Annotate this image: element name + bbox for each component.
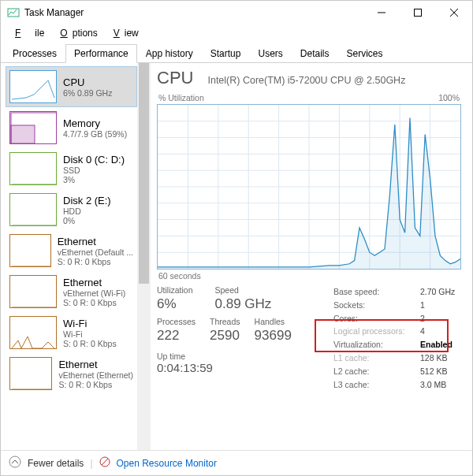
sidebar-scrollbar[interactable]	[137, 63, 151, 450]
sidebar-item-sub: SSD	[63, 165, 125, 175]
sidebar-item-name: Disk 0 (C: D:)	[63, 154, 125, 165]
footer-separator: |	[90, 458, 92, 469]
sidebar-thumb	[9, 234, 51, 267]
tab-services[interactable]: Services	[338, 44, 392, 63]
chevron-up-icon[interactable]	[9, 456, 21, 470]
resource-monitor-icon	[99, 456, 110, 470]
tab-users[interactable]: Users	[249, 44, 291, 63]
sidebar-item-sub2: S: 0 R: 0 Kbps	[58, 257, 133, 266]
open-resource-monitor-link[interactable]: Open Resource Monitor	[117, 458, 217, 469]
sidebar-item-name: Ethernet	[63, 277, 125, 288]
sidebar-item-disk-0-c-d-[interactable]: Disk 0 (C: D:)SSD3%	[6, 148, 137, 189]
svg-rect-0	[8, 9, 19, 17]
svg-rect-6	[11, 125, 35, 143]
sidebar-thumb	[9, 70, 57, 103]
chart-bottom-label: 60 seconds	[158, 271, 461, 281]
info-sockets: Sockets:1	[333, 299, 461, 312]
sidebar-item-name: Wi-Fi	[63, 318, 117, 329]
tab-performance[interactable]: Performance	[65, 44, 137, 63]
sidebar-item-name: Ethernet	[58, 359, 133, 370]
cpu-utilization-chart[interactable]	[157, 104, 461, 270]
footer: Fewer details | Open Resource Monitor	[1, 450, 472, 475]
sidebar-item-sub2: 0%	[63, 216, 111, 225]
tab-bar: Processes Performance App history Startu…	[1, 43, 472, 63]
menubar: File Options View	[1, 24, 472, 43]
sidebar-thumb	[9, 316, 57, 349]
minimize-button[interactable]	[363, 1, 400, 24]
sidebar-item-ethernet[interactable]: EthernetvEthernet (Ethernet)S: 0 R: 0 Kb…	[6, 353, 137, 394]
sidebar-item-sub2: 3%	[63, 175, 125, 184]
sidebar-item-cpu[interactable]: CPU6% 0.89 GHz	[6, 66, 137, 107]
stat-threads: Threads 2590	[210, 317, 240, 348]
stat-processes: Processes 222	[157, 317, 196, 348]
stat-uptime: Up time 0:04:13:59	[157, 351, 315, 374]
scrollbar-thumb[interactable]	[139, 63, 149, 284]
tab-apphistory[interactable]: App history	[137, 44, 202, 63]
fewer-details-link[interactable]: Fewer details	[28, 458, 84, 469]
svg-rect-2	[415, 9, 422, 17]
sidebar-item-disk-2-e-[interactable]: Disk 2 (E:)HDD0%	[6, 189, 137, 230]
content-body: CPU6% 0.89 GHzMemory4.7/7.9 GB (59%)Disk…	[1, 63, 472, 450]
sidebar-item-sub: vEthernet (Ethernet)	[58, 370, 133, 380]
svg-point-26	[9, 456, 20, 467]
menu-options[interactable]: Options	[50, 26, 102, 40]
sidebar-item-sub2: S: 0 R: 0 Kbps	[58, 380, 133, 389]
sidebar-item-sub: vEthernet (Wi-Fi)	[63, 288, 125, 298]
tab-startup[interactable]: Startup	[202, 44, 250, 63]
tab-details[interactable]: Details	[292, 44, 338, 63]
titlebar: Task Manager	[1, 1, 472, 24]
sidebar-item-sub: 4.7/7.9 GB (59%)	[63, 129, 127, 139]
sidebar-item-sub: Wi-Fi	[63, 329, 117, 339]
sidebar-thumb	[9, 357, 52, 390]
sidebar-item-name: CPU	[63, 76, 112, 88]
resource-title: CPU	[157, 68, 193, 88]
chart-header: % Utilization 100%	[158, 93, 460, 102]
svg-line-28	[102, 459, 108, 465]
main-header: CPU Intel(R) Core(TM) i5-7200U CPU @ 2.5…	[157, 68, 461, 91]
tab-processes[interactable]: Processes	[4, 44, 65, 63]
cpu-model: Intel(R) Core(TM) i5-7200U CPU @ 2.50GHz	[207, 75, 405, 86]
sidebar-item-sub: HDD	[63, 206, 111, 216]
sidebar-thumb	[9, 152, 57, 185]
menu-view[interactable]: View	[104, 26, 143, 40]
close-button[interactable]	[436, 1, 472, 24]
sidebar-item-memory[interactable]: Memory4.7/7.9 GB (59%)	[6, 107, 137, 148]
info-cores: Cores:2	[333, 312, 461, 325]
stat-handles: Handles 93699	[255, 317, 292, 348]
info-l3-cache: L3 cache:3.0 MB	[333, 378, 461, 392]
window-buttons	[363, 1, 472, 24]
main-panel: CPU Intel(R) Core(TM) i5-7200U CPU @ 2.5…	[151, 63, 472, 450]
stat-speed: Speed 0.89 GHz	[215, 285, 272, 317]
chart-top-right-label: 100%	[438, 93, 460, 102]
sidebar-item-sub: 6% 0.89 GHz	[63, 88, 112, 98]
window-title: Task Manager	[24, 7, 363, 18]
chart-top-left-label: % Utilization	[158, 93, 204, 102]
sidebar-item-sub2: S: 0 R: 0 Kbps	[63, 339, 117, 348]
info-logical-processors: Logical processors:4	[333, 325, 461, 338]
sidebar-item-wi-fi[interactable]: Wi-FiWi-FiS: 0 R: 0 Kbps	[6, 312, 137, 353]
stats-area: Utilization 6% Speed 0.89 GHz Processes …	[157, 285, 461, 391]
sidebar-item-sub: vEthernet (Default ...	[58, 247, 133, 257]
maximize-button[interactable]	[400, 1, 436, 24]
sidebar: CPU6% 0.89 GHzMemory4.7/7.9 GB (59%)Disk…	[1, 63, 151, 450]
sidebar-item-name: Memory	[63, 117, 127, 129]
sidebar-item-name: Ethernet	[58, 236, 133, 247]
stat-utilization: Utilization 6%	[157, 285, 193, 317]
sidebar-item-ethernet[interactable]: EthernetvEthernet (Wi-Fi)S: 0 R: 0 Kbps	[6, 271, 137, 312]
info-l2-cache: L2 cache:512 KB	[333, 365, 461, 378]
sidebar-item-sub2: S: 0 R: 0 Kbps	[63, 298, 125, 307]
info-base-speed: Base speed:2.70 GHz	[333, 285, 461, 299]
info-virtualization: Virtualization:Enabled	[333, 338, 461, 351]
sidebar-item-name: Disk 2 (E:)	[63, 195, 111, 206]
menu-file[interactable]: File	[6, 26, 49, 40]
sidebar-thumb	[9, 111, 57, 144]
task-manager-window: Task Manager File Options View Processes…	[0, 0, 473, 476]
sidebar-thumb	[9, 275, 57, 308]
sidebar-item-ethernet[interactable]: EthernetvEthernet (Default ...S: 0 R: 0 …	[6, 230, 137, 271]
sidebar-list: CPU6% 0.89 GHzMemory4.7/7.9 GB (59%)Disk…	[1, 63, 137, 450]
sidebar-thumb	[9, 193, 57, 226]
info-l1-cache: L1 cache:128 KB	[333, 351, 461, 365]
app-icon	[7, 6, 20, 19]
